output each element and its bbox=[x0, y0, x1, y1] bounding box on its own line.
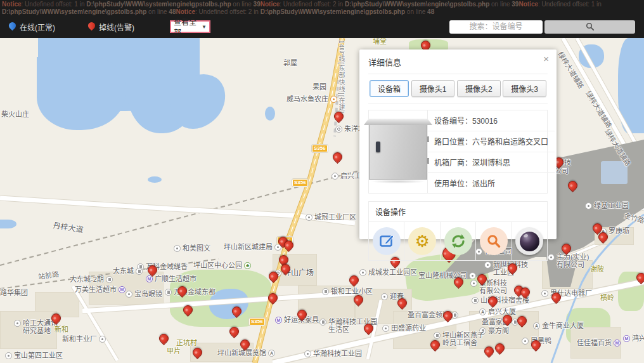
chevron-down-icon: ▼ bbox=[202, 24, 207, 30]
edit-device-button[interactable] bbox=[369, 222, 404, 260]
device-vendor-row: 机箱厂商：深圳博科思 bbox=[428, 152, 555, 173]
map-marker[interactable] bbox=[428, 338, 442, 352]
edit-icon bbox=[378, 233, 395, 249]
php-notices: Notice: Undefined offset: 1 in D:\phpStu… bbox=[0, 0, 644, 16]
map-marker[interactable] bbox=[501, 313, 514, 326]
map-marker[interactable] bbox=[529, 338, 543, 352]
map-marker[interactable] bbox=[228, 325, 241, 338]
map-marker[interactable] bbox=[515, 314, 529, 327]
map-marker[interactable] bbox=[181, 303, 195, 317]
map-marker[interactable] bbox=[475, 272, 489, 286]
map-marker[interactable] bbox=[230, 305, 243, 318]
map-marker[interactable] bbox=[550, 291, 563, 304]
view-filter-value: 查看全部 bbox=[174, 16, 202, 37]
refresh-icon bbox=[450, 233, 467, 249]
map-marker[interactable] bbox=[49, 312, 63, 325]
map-marker[interactable] bbox=[560, 242, 573, 255]
tab-camera-2[interactable]: 摄像头2 bbox=[457, 80, 501, 97]
map-marker[interactable] bbox=[486, 294, 499, 308]
red-pin-icon bbox=[87, 20, 97, 30]
map-marker[interactable] bbox=[493, 341, 506, 355]
map-marker[interactable] bbox=[238, 338, 252, 351]
map-marker[interactable] bbox=[176, 284, 189, 298]
close-icon[interactable]: × bbox=[543, 55, 549, 63]
popup-title: 详细信息 bbox=[368, 56, 548, 68]
map-marker[interactable] bbox=[362, 322, 375, 335]
search-area bbox=[449, 20, 635, 34]
blue-pin-icon bbox=[8, 20, 18, 30]
cabinet-image bbox=[369, 119, 427, 185]
device-info-rows: 设备编号：530016 路口位置：六号路和启运路交叉口 机箱厂商：深圳博科思 使… bbox=[428, 110, 555, 193]
device-location-row: 路口位置：六号路和启运路交叉口 bbox=[428, 131, 555, 152]
map-marker[interactable] bbox=[352, 293, 365, 307]
locate-device-button[interactable] bbox=[476, 222, 512, 260]
map-marker[interactable] bbox=[331, 150, 344, 164]
map-marker[interactable] bbox=[506, 261, 519, 275]
legend-online-label: 在线(正常) bbox=[20, 22, 55, 32]
cabinet-handle bbox=[376, 142, 380, 152]
top-bar: Notice: Undefined offset: 1 in D:\phpStu… bbox=[0, 0, 644, 38]
tab-camera-1[interactable]: 摄像头1 bbox=[411, 80, 455, 97]
map-marker[interactable] bbox=[267, 270, 280, 283]
legend-online: 在线(正常) bbox=[9, 22, 55, 32]
search-button[interactable] bbox=[544, 20, 635, 34]
device-tabs: 设备箱 摄像头1 摄像头2 摄像头3 bbox=[368, 74, 548, 103]
map-marker[interactable] bbox=[295, 308, 309, 321]
app-window: 柴火山庄郭屋果园威马水鱼农庄朱洋坑埔堂启兴工业区城冠工业厂区和美图文坪山新区城建… bbox=[0, 0, 644, 363]
map-marker[interactable] bbox=[452, 275, 465, 289]
map-marker[interactable] bbox=[146, 263, 159, 277]
map-marker[interactable] bbox=[157, 332, 171, 345]
device-photo bbox=[369, 110, 428, 193]
map-marker[interactable] bbox=[566, 179, 579, 192]
device-owner-row: 使用单位：派出所 bbox=[428, 173, 555, 193]
tab-device-box[interactable]: 设备箱 bbox=[370, 80, 409, 97]
gear-icon: ⚙ bbox=[415, 233, 429, 249]
device-id-row: 设备编号：530016 bbox=[428, 110, 555, 131]
map-marker[interactable] bbox=[441, 309, 454, 322]
search-input[interactable] bbox=[449, 20, 543, 34]
map-marker[interactable] bbox=[266, 291, 280, 305]
settings-button[interactable]: ⚙ bbox=[404, 222, 440, 260]
refresh-button[interactable] bbox=[441, 222, 476, 260]
device-info-panel: 设备编号：530016 路口位置：六号路和启运路交叉口 机箱厂商：深圳博科思 使… bbox=[368, 110, 548, 194]
map-marker[interactable] bbox=[634, 271, 644, 284]
search-icon bbox=[586, 22, 595, 31]
tab-camera-3[interactable]: 摄像头3 bbox=[503, 80, 546, 97]
map-marker[interactable] bbox=[482, 345, 496, 358]
legend-offline-label: 掉线(告警) bbox=[99, 22, 134, 32]
operations-row: ⚙ bbox=[369, 222, 547, 260]
magnifier-icon bbox=[486, 234, 501, 249]
view-filter-dropdown[interactable]: 查看全部 ▼ bbox=[170, 20, 210, 33]
map-marker[interactable] bbox=[347, 274, 361, 287]
map-marker[interactable] bbox=[332, 110, 345, 123]
device-detail-popup: 详细信息 × 设备箱 摄像头1 摄像头2 摄像头3 设备编号：530016 路口… bbox=[359, 50, 557, 239]
legend-bar: 在线(正常) 掉线(告警) 查看全部 ▼ bbox=[0, 16, 644, 37]
map-marker[interactable] bbox=[396, 296, 409, 310]
operations-title: 设备操作 bbox=[369, 202, 547, 222]
camera-lens-icon bbox=[520, 232, 539, 251]
camera-view-button[interactable] bbox=[512, 222, 547, 260]
map-marker[interactable] bbox=[191, 346, 204, 359]
legend-offline: 掉线(告警) bbox=[88, 22, 134, 32]
device-operations: 设备操作 ⚙ bbox=[368, 201, 548, 261]
